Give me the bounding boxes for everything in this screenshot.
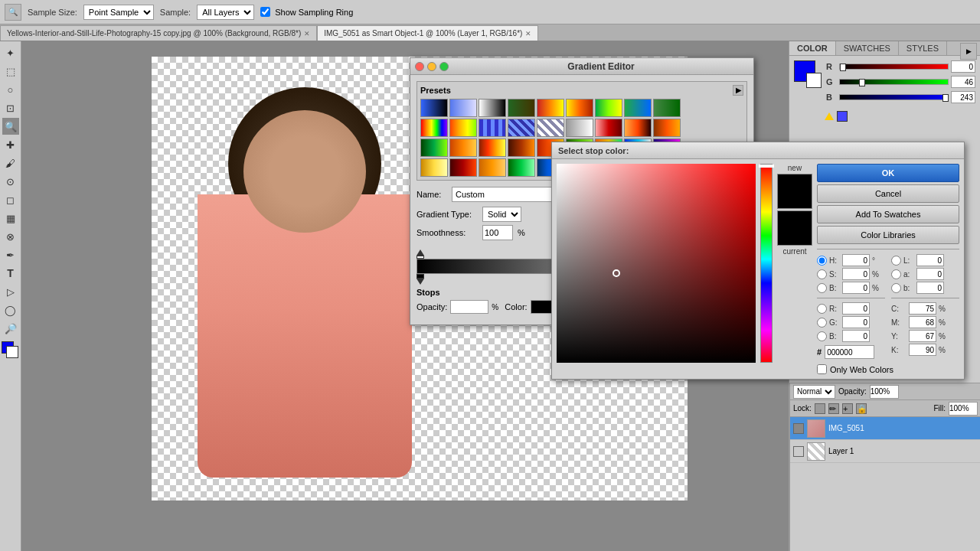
dialog-close-btn[interactable] — [415, 62, 424, 71]
b-slider[interactable] — [839, 94, 949, 100]
preset-blue-white[interactable] — [449, 99, 477, 117]
preset-green-yellow[interactable] — [595, 99, 622, 117]
tab-color[interactable]: COLOR — [789, 41, 836, 55]
clone-tool-btn[interactable]: ⊙ — [2, 173, 19, 190]
tab-close-yellows[interactable]: ✕ — [304, 30, 310, 37]
tab-close-img5051[interactable]: ✕ — [525, 30, 531, 37]
preset-pink-red[interactable] — [595, 119, 622, 137]
preset-row4d[interactable] — [508, 158, 535, 177]
preset-stripe2[interactable] — [508, 119, 535, 137]
g-radio[interactable] — [817, 318, 827, 328]
show-sampling-ring-label[interactable]: Show Sampling Ring — [260, 7, 353, 17]
preset-orange-red[interactable] — [624, 119, 652, 137]
eyedropper-icon[interactable]: 🔍 — [5, 4, 21, 21]
r-slider[interactable] — [839, 64, 949, 70]
gradient-tool-btn[interactable]: ▦ — [2, 210, 19, 227]
opacity-stop-left[interactable] — [416, 249, 424, 259]
r-radio[interactable] — [817, 304, 827, 314]
eyedropper-tool-btn[interactable]: 🔍 — [2, 118, 19, 135]
lock-image-icon[interactable]: ✏ — [828, 403, 839, 414]
heal-tool-btn[interactable]: ✚ — [2, 136, 19, 153]
layer-eye-img5051[interactable] — [793, 423, 804, 434]
b2-radio[interactable] — [817, 331, 827, 341]
presets-menu-arrow[interactable]: ▶ — [733, 85, 743, 96]
lock-position-icon[interactable]: + — [842, 403, 853, 414]
hex-input[interactable] — [825, 345, 874, 359]
brush-tool-btn[interactable]: 🖌 — [2, 155, 19, 171]
preset-white-black[interactable] — [479, 99, 506, 117]
tab-swatches[interactable]: SWATCHES — [836, 41, 899, 55]
preset-green-blue[interactable] — [624, 99, 652, 117]
sample-dropdown[interactable]: All Layers — [197, 5, 254, 20]
color-bg-swatch[interactable] — [806, 73, 822, 88]
k-input[interactable] — [909, 344, 936, 356]
blend-mode-dropdown[interactable]: Normal — [793, 385, 835, 399]
preset-row4c[interactable] — [479, 158, 506, 177]
layer-row-layer1[interactable]: Layer 1 — [790, 440, 980, 463]
preset-row4b[interactable] — [449, 158, 477, 177]
lock-transparent-icon[interactable] — [815, 403, 825, 414]
a-radio[interactable] — [891, 269, 901, 279]
layer-eye-layer1[interactable] — [793, 446, 804, 457]
preset-row3c[interactable] — [479, 139, 506, 157]
r-cp-input[interactable] — [842, 302, 870, 315]
layer-row-img5051[interactable]: IMG_5051 — [790, 417, 980, 440]
b2-cp-input[interactable] — [842, 330, 870, 342]
move-tool-btn[interactable]: ✦ — [2, 44, 19, 61]
preset-multi1[interactable] — [420, 119, 448, 137]
preset-row3b[interactable] — [449, 139, 477, 157]
lock-all-icon[interactable]: 🔒 — [856, 403, 867, 414]
gradient-type-dropdown[interactable]: Solid — [482, 207, 521, 222]
smoothness-input[interactable] — [482, 225, 513, 240]
b-hsb-input[interactable] — [842, 282, 870, 294]
m-input[interactable] — [909, 316, 936, 328]
color-libraries-btn[interactable]: Color Libraries — [817, 226, 959, 244]
show-sampling-ring-checkbox[interactable] — [260, 7, 270, 17]
g-slider[interactable] — [839, 79, 949, 85]
b3-input[interactable] — [916, 282, 944, 294]
fill-input[interactable] — [949, 402, 978, 416]
color-stop-left[interactable] — [416, 274, 424, 285]
b-hsb-radio[interactable] — [817, 283, 827, 293]
background-color[interactable] — [6, 346, 18, 358]
opacity-input[interactable] — [870, 385, 899, 399]
sample-size-dropdown[interactable]: Point Sample — [83, 5, 154, 20]
l-radio[interactable] — [891, 256, 901, 266]
dialog-maximize-btn[interactable] — [439, 62, 449, 71]
preset-red-multi[interactable] — [537, 99, 564, 117]
g-value-input[interactable] — [951, 76, 975, 88]
l-input[interactable] — [916, 254, 944, 266]
preset-green2[interactable] — [420, 139, 448, 157]
c-input[interactable] — [909, 302, 936, 315]
tab-yellows[interactable]: Yellows-Interior-and-Still-Life-Photogra… — [0, 25, 317, 41]
y-input[interactable] — [909, 330, 936, 342]
add-to-swatches-btn[interactable]: Add To Swatches — [817, 205, 959, 223]
a-input[interactable] — [916, 268, 944, 280]
opacity-stop-input[interactable] — [450, 300, 488, 314]
b-value-input[interactable] — [951, 91, 975, 103]
preset-yellow-orange[interactable] — [566, 99, 593, 117]
path-sel-tool-btn[interactable]: ▷ — [2, 283, 19, 300]
crop-tool-btn[interactable]: ⊡ — [2, 99, 19, 116]
selection-tool-btn[interactable]: ⬚ — [2, 63, 19, 80]
eraser-tool-btn[interactable]: ◻ — [2, 191, 19, 208]
h-input[interactable] — [842, 254, 870, 266]
burn-tool-btn[interactable]: ⊗ — [2, 228, 19, 245]
tab-img5051[interactable]: IMG_5051 as Smart Object-1 @ 100% (Layer… — [317, 25, 538, 41]
stop-color-ok-btn[interactable]: OK — [817, 164, 959, 182]
preset-blue-black[interactable] — [420, 99, 448, 117]
r-value-input[interactable] — [951, 60, 975, 73]
preset-9[interactable] — [653, 99, 681, 117]
b3-radio[interactable] — [891, 283, 901, 293]
preset-row3d[interactable] — [508, 139, 535, 157]
type-tool-btn[interactable]: T — [2, 265, 19, 282]
shape-tool-btn[interactable]: ◯ — [2, 302, 19, 318]
preset-green-brown[interactable] — [508, 99, 535, 117]
panel-menu-icon[interactable]: ▶ — [960, 43, 977, 60]
preset-gray-white[interactable] — [566, 119, 593, 137]
preset-multi2[interactable] — [449, 119, 477, 137]
only-web-colors-checkbox[interactable] — [817, 364, 827, 374]
s-radio[interactable] — [817, 269, 827, 279]
preset-stripe3[interactable] — [537, 119, 564, 137]
zoom-tool-btn[interactable]: 🔎 — [2, 320, 19, 337]
